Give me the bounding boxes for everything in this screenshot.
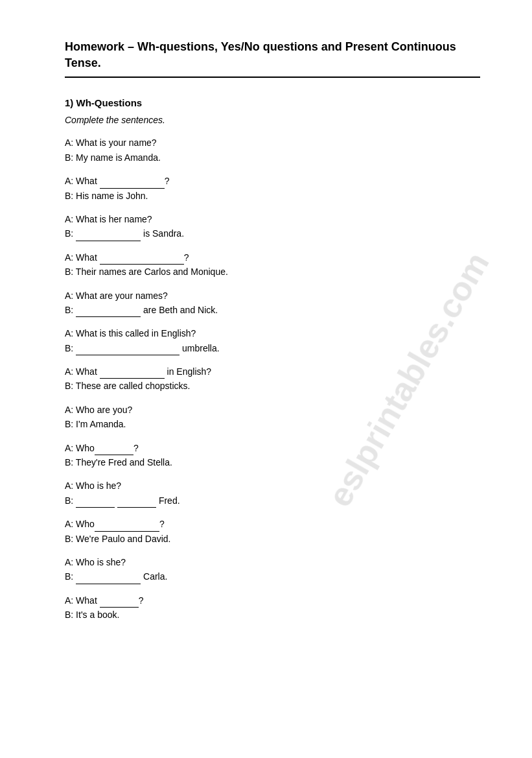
blank-11a — [95, 523, 159, 532]
blank-13a — [100, 598, 139, 608]
blank-9a — [95, 446, 133, 455]
qa-item-1: A: What is your name? B: My name is Aman… — [65, 136, 480, 165]
qa-item-4-b: B: Their names are Carlos and Monique. — [65, 265, 480, 279]
section-heading: 1) Wh-Questions — [65, 97, 480, 108]
qa-item-5-a: A: What are your names? — [65, 289, 480, 303]
qa-item-12-a: A: Who is she? — [65, 555, 480, 569]
qa-item-3-a: A: What is her name? — [65, 212, 480, 226]
qa-item-3-b: B: is Sandra. — [65, 226, 480, 241]
qa-item-9-a: A: Who? — [65, 441, 480, 455]
qa-item-13-a: A: What ? — [65, 593, 480, 608]
blank-6b — [76, 346, 179, 355]
qa-item-10-a: A: Who is he? — [65, 479, 480, 493]
qa-item-1-a: A: What is your name? — [65, 136, 480, 150]
qa-item-6-b: B: umbrella. — [65, 341, 480, 355]
qa-item-8-a: A: Who are you? — [65, 403, 480, 417]
qa-item-9-b: B: They're Fred and Stella. — [65, 455, 480, 469]
qa-item-3: A: What is her name? B: is Sandra. — [65, 212, 480, 241]
blank-12b — [76, 575, 141, 584]
instruction-text: Complete the sentences. — [65, 115, 480, 125]
qa-item-10: A: Who is he? B: Fred. — [65, 479, 480, 508]
qa-item-8-b: B: I'm Amanda. — [65, 417, 480, 431]
qa-item-1-b: B: My name is Amanda. — [65, 150, 480, 165]
qa-item-13: A: What ? B: It's a book. — [65, 593, 480, 622]
qa-item-4-a: A: What ? — [65, 250, 480, 265]
page-title: Homework – Wh-questions, Yes/No question… — [65, 39, 480, 78]
title-section: Homework – Wh-questions, Yes/No question… — [65, 39, 480, 78]
blank-10b-2 — [117, 499, 156, 508]
qa-item-5: A: What are your names? B: are Beth and … — [65, 289, 480, 318]
qa-item-6-a: A: What is this called in English? — [65, 326, 480, 340]
qa-item-4: A: What ? B: Their names are Carlos and … — [65, 250, 480, 279]
qa-item-7-b: B: These are called chopsticks. — [65, 379, 480, 393]
qa-item-11: A: Who? B: We're Paulo and David. — [65, 517, 480, 546]
qa-item-8: A: Who are you? B: I'm Amanda. — [65, 403, 480, 432]
qa-item-13-b: B: It's a book. — [65, 608, 480, 622]
qa-item-5-b: B: are Beth and Nick. — [65, 303, 480, 317]
qa-item-2-b: B: His name is John. — [65, 189, 480, 203]
qa-item-9: A: Who? B: They're Fred and Stella. — [65, 441, 480, 470]
blank-4a — [100, 255, 184, 265]
qa-item-7: A: What in English? B: These are called … — [65, 364, 480, 394]
blank-3b — [76, 232, 141, 241]
qa-item-7-a: A: What in English? — [65, 364, 480, 379]
section-wh-questions: 1) Wh-Questions Complete the sentences. … — [65, 97, 480, 622]
qa-item-12: A: Who is she? B: Carla. — [65, 555, 480, 584]
blank-10b-1 — [76, 499, 115, 508]
qa-item-2-a: A: What ? — [65, 174, 480, 188]
qa-item-2: A: What ? B: His name is John. — [65, 174, 480, 203]
qa-item-10-b: B: Fred. — [65, 493, 480, 508]
qa-item-11-a: A: Who? — [65, 517, 480, 531]
qa-item-11-b: B: We're Paulo and David. — [65, 532, 480, 546]
blank-2a — [100, 180, 165, 189]
qa-item-6: A: What is this called in English? B: um… — [65, 326, 480, 355]
blank-7a — [100, 370, 165, 379]
qa-item-12-b: B: Carla. — [65, 569, 480, 584]
blank-5b — [76, 308, 141, 317]
